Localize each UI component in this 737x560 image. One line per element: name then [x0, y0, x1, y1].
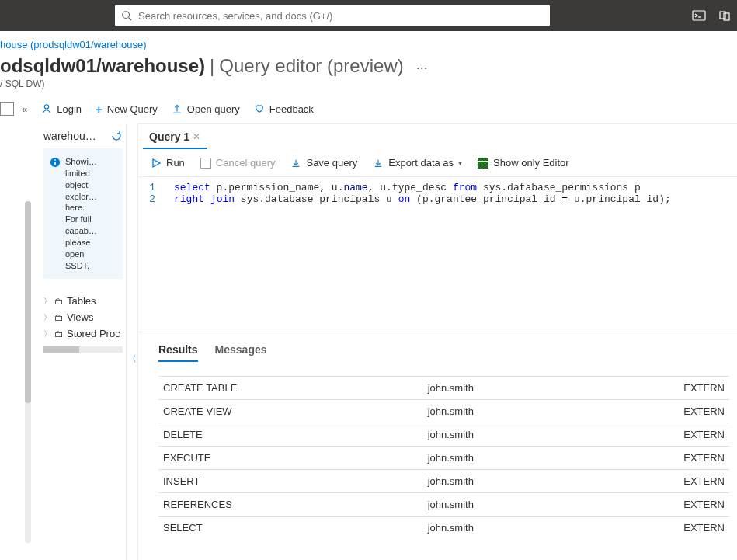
- show-only-editor-button[interactable]: Show only Editor: [478, 157, 569, 169]
- cell-type: EXTERN: [679, 493, 729, 517]
- cell-user: john.smith: [423, 493, 680, 517]
- save-query-button[interactable]: Save query: [290, 157, 357, 169]
- table-row[interactable]: REFERENCESjohn.smithEXTERN: [158, 493, 729, 517]
- explorer-h-scrollbar[interactable]: [43, 346, 123, 353]
- top-bar-right: [692, 9, 731, 22]
- tree-item-views[interactable]: 〉 🗀 Views: [43, 309, 123, 325]
- svg-line-1: [129, 18, 132, 21]
- svg-rect-14: [481, 158, 485, 161]
- grid-icon: [478, 158, 488, 169]
- cell-permission: SELECT: [158, 517, 423, 540]
- play-icon: [151, 158, 162, 169]
- cancel-query-button: Cancel query: [200, 157, 276, 169]
- collapse-icon[interactable]: «: [22, 103, 27, 115]
- line-number: 2: [138, 193, 158, 205]
- page-subtitle: / SQL DW): [0, 77, 737, 97]
- table-row[interactable]: DELETEjohn.smithEXTERN: [158, 423, 729, 447]
- breadcrumb: house (prodsqldw01/warehouse): [0, 31, 737, 50]
- svg-rect-17: [481, 162, 485, 165]
- export-data-button[interactable]: Export data as ▾: [373, 157, 462, 169]
- query-tab-1[interactable]: Query 1 ✕: [143, 124, 207, 149]
- expand-left-icon[interactable]: 〈: [127, 353, 137, 366]
- user-icon: [41, 103, 52, 114]
- tree-item-stored-proc[interactable]: 〉 🗀 Stored Proc: [43, 325, 123, 342]
- table-row[interactable]: EXECUTEjohn.smithEXTERN: [158, 447, 729, 470]
- tree-label: Views: [67, 311, 93, 323]
- export-label: Export data as: [388, 157, 454, 169]
- svg-rect-21: [485, 165, 488, 169]
- svg-point-6: [45, 105, 49, 109]
- cell-user: john.smith: [423, 517, 680, 540]
- global-search[interactable]: [115, 5, 550, 26]
- upload-icon: [172, 103, 183, 114]
- sql-editor[interactable]: 1 select p.permission_name, u.name, u.ty…: [138, 176, 737, 332]
- command-bar: « Login + New Query Open query Feedback: [0, 97, 737, 123]
- table-row[interactable]: CREATE VIEWjohn.smithEXTERN: [158, 400, 729, 423]
- login-label: Login: [57, 103, 82, 115]
- feedback-button[interactable]: Feedback: [254, 103, 314, 115]
- svg-rect-15: [485, 158, 488, 161]
- cell-permission: EXECUTE: [158, 447, 423, 470]
- save-label: Save query: [306, 157, 357, 169]
- page-title-divider: |: [210, 55, 214, 77]
- checkbox-icon: [200, 158, 211, 169]
- editor-pane: Query 1 ✕ Run Cancel query Save query: [137, 123, 737, 560]
- download-icon: [290, 158, 301, 169]
- cell-user: john.smith: [423, 377, 680, 400]
- cell-permission: DELETE: [158, 423, 423, 447]
- svg-rect-20: [481, 165, 485, 169]
- left-scroll-thumb[interactable]: [25, 201, 31, 403]
- cell-permission: CREATE VIEW: [158, 400, 423, 423]
- toggle-label: Show only Editor: [493, 157, 569, 169]
- cancel-label: Cancel query: [216, 157, 276, 169]
- left-gutter: [0, 123, 37, 560]
- info-icon: [50, 157, 61, 271]
- query-tabs: Query 1 ✕: [138, 124, 737, 149]
- table-row[interactable]: CREATE TABLEjohn.smithEXTERN: [158, 377, 729, 400]
- cell-type: EXTERN: [679, 400, 729, 423]
- results-table: CREATE TABLEjohn.smithEXTERNCREATE VIEWj…: [158, 376, 729, 539]
- table-row[interactable]: SELECTjohn.smithEXTERN: [158, 517, 729, 540]
- svg-point-10: [54, 159, 56, 161]
- tree-label: Tables: [67, 295, 96, 307]
- tab-messages[interactable]: Messages: [215, 343, 267, 362]
- main-area: warehou… Showi… limited object explor… h…: [0, 123, 737, 560]
- search-input[interactable]: [138, 10, 544, 22]
- run-button[interactable]: Run: [151, 157, 185, 169]
- code-line-1: select p.permission_name, u.name, u.type…: [171, 182, 641, 193]
- top-bar: [0, 0, 737, 31]
- open-query-button[interactable]: Open query: [172, 103, 240, 115]
- cell-user: john.smith: [423, 400, 680, 423]
- cell-user: john.smith: [423, 470, 680, 493]
- svg-rect-19: [478, 165, 481, 169]
- editor-toolbar: Run Cancel query Save query Export data …: [138, 149, 737, 176]
- svg-rect-18: [485, 162, 488, 165]
- more-menu-icon[interactable]: ···: [416, 60, 428, 76]
- new-query-label: New Query: [107, 103, 158, 115]
- cloud-shell-icon[interactable]: [692, 9, 706, 22]
- refresh-icon[interactable]: [110, 130, 123, 142]
- chevron-right-icon: 〉: [43, 296, 51, 307]
- svg-rect-2: [693, 11, 705, 20]
- page-section: Query editor (preview): [219, 55, 403, 77]
- cell-user: john.smith: [423, 447, 680, 470]
- query-tab-label: Query 1: [149, 130, 189, 143]
- explorer-h-scroll-thumb[interactable]: [43, 346, 79, 353]
- tab-results[interactable]: Results: [158, 343, 198, 362]
- cell-permission: REFERENCES: [158, 493, 423, 517]
- svg-rect-4: [720, 12, 725, 19]
- breadcrumb-link[interactable]: house (prodsqldw01/warehouse): [0, 39, 147, 50]
- svg-rect-9: [54, 162, 56, 165]
- new-query-button[interactable]: + New Query: [96, 103, 158, 116]
- close-icon[interactable]: ✕: [193, 131, 200, 142]
- tree-item-tables[interactable]: 〉 🗀 Tables: [43, 293, 123, 309]
- login-button[interactable]: Login: [41, 103, 82, 115]
- table-row[interactable]: INSERTjohn.smithEXTERN: [158, 470, 729, 493]
- left-scrollbar[interactable]: [25, 201, 31, 543]
- open-query-label: Open query: [187, 103, 240, 115]
- blank-box: [0, 102, 14, 116]
- cell-type: EXTERN: [679, 423, 729, 447]
- notifications-icon[interactable]: [718, 9, 731, 22]
- chevron-right-icon: 〉: [43, 329, 51, 339]
- folder-icon: 🗀: [54, 329, 64, 339]
